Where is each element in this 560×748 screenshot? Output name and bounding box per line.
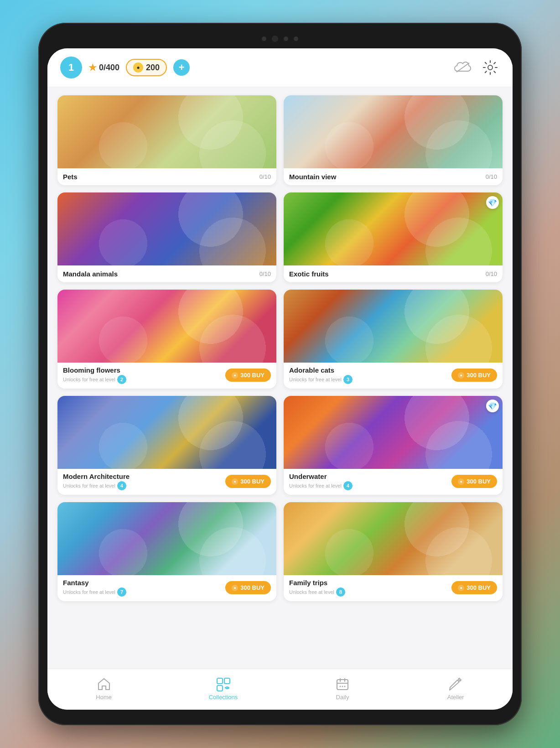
card-info-pets: Pets 0/10 bbox=[57, 168, 276, 185]
stars-value: 0/400 bbox=[99, 63, 119, 73]
card-image-adorable-cats bbox=[284, 290, 503, 363]
tablet-screen: 1 ★ 0/400 ● 200 + bbox=[47, 48, 513, 710]
unlock-level-fantasy: 7 bbox=[117, 587, 126, 597]
camera-bar bbox=[47, 32, 513, 46]
collection-card-family-trips[interactable]: Family trips Unlocks free at level 8 ● 3… bbox=[284, 502, 503, 601]
tablet-device: 1 ★ 0/400 ● 200 + bbox=[38, 23, 522, 725]
card-title-fantasy: Fantasy bbox=[63, 579, 126, 587]
header-right bbox=[453, 58, 500, 77]
card-progress-exotic-fruits: 0/10 bbox=[486, 270, 497, 277]
card-image-mandala-animals bbox=[57, 192, 276, 265]
card-info-exotic-fruits: Exotic fruits 0/10 bbox=[284, 265, 503, 282]
level-number: 1 bbox=[68, 62, 74, 73]
card-title-family-trips: Family trips bbox=[289, 579, 345, 587]
nav-label-atelier: Atelier bbox=[447, 694, 464, 701]
nav-item-daily[interactable]: Daily bbox=[324, 675, 361, 702]
nav-item-home[interactable]: Home bbox=[85, 675, 123, 702]
unlock-text-adorable-cats: Unlocks for free at level 3 bbox=[289, 375, 353, 384]
nav-item-collections[interactable]: Collections bbox=[198, 675, 249, 702]
svg-rect-3 bbox=[224, 678, 230, 684]
bottom-nav: Home Collections bbox=[47, 669, 513, 710]
collection-card-adorable-cats[interactable]: Adorable cats Unlocks for free at level … bbox=[284, 290, 503, 389]
cloud-button[interactable] bbox=[453, 58, 472, 77]
nav-label-collections: Collections bbox=[209, 694, 238, 701]
header: 1 ★ 0/400 ● 200 + bbox=[47, 48, 513, 87]
premium-badge: 💎 bbox=[486, 196, 499, 209]
svg-rect-4 bbox=[217, 686, 223, 691]
card-locked-info-fantasy: Fantasy Unlocks for free at level 7 ● 30… bbox=[57, 575, 276, 601]
level-badge: 1 bbox=[60, 57, 82, 78]
buy-button-adorable-cats[interactable]: ● 300 BUY bbox=[451, 369, 497, 382]
buy-button-fantasy[interactable]: ● 300 BUY bbox=[225, 581, 271, 594]
collection-card-pets[interactable]: Pets 0/10 bbox=[57, 95, 276, 185]
card-locked-info-adorable-cats: Adorable cats Unlocks for free at level … bbox=[284, 363, 503, 389]
daily-icon bbox=[335, 676, 350, 692]
atelier-icon bbox=[448, 676, 463, 692]
card-image-pets bbox=[57, 95, 276, 168]
collection-card-mountain-view[interactable]: Mountain view 0/10 bbox=[284, 95, 503, 185]
card-image-family-trips bbox=[284, 502, 503, 575]
unlock-text-family-trips: Unlocks free at level 8 bbox=[289, 587, 345, 597]
card-title-mountain-view: Mountain view bbox=[289, 173, 336, 181]
collection-card-exotic-fruits[interactable]: 💎 Exotic fruits 0/10 bbox=[284, 192, 503, 282]
card-info-mountain-view: Mountain view 0/10 bbox=[284, 168, 503, 185]
nav-item-atelier[interactable]: Atelier bbox=[436, 675, 475, 702]
stars-display: ★ 0/400 bbox=[88, 62, 119, 73]
collection-card-mandala-animals[interactable]: Mandala animals 0/10 bbox=[57, 192, 276, 282]
card-image-underwater: 💎 bbox=[284, 396, 503, 469]
premium-badge: 💎 bbox=[486, 400, 499, 412]
card-image-blooming-flowers bbox=[57, 290, 276, 363]
collection-card-fantasy[interactable]: Fantasy Unlocks for free at level 7 ● 30… bbox=[57, 502, 276, 601]
coin-icon: ● bbox=[133, 62, 143, 73]
coins-value: 200 bbox=[146, 63, 160, 73]
svg-rect-5 bbox=[337, 680, 348, 690]
camera-dot-far bbox=[294, 36, 298, 41]
collection-card-underwater[interactable]: 💎 Underwater Unlocks for free at level 4… bbox=[284, 396, 503, 495]
unlock-text-underwater: Unlocks for free at level 4 bbox=[289, 481, 353, 490]
collection-card-modern-architecture[interactable]: Modern Architecture Unlocks for free at … bbox=[57, 396, 276, 495]
card-progress-mountain-view: 0/10 bbox=[486, 173, 497, 180]
buy-button-blooming-flowers[interactable]: ● 300 BUY bbox=[225, 369, 271, 382]
unlock-level-family-trips: 8 bbox=[336, 587, 345, 597]
settings-button[interactable] bbox=[481, 58, 500, 77]
header-left: 1 ★ 0/400 ● 200 + bbox=[60, 57, 190, 78]
unlock-text-fantasy: Unlocks for free at level 7 bbox=[63, 587, 126, 597]
nav-label-daily: Daily bbox=[336, 694, 349, 701]
svg-point-1 bbox=[488, 65, 493, 70]
svg-point-10 bbox=[342, 686, 343, 687]
collections-grid: Pets 0/10 Mountain view 0/10 Mandala ani bbox=[57, 95, 503, 601]
buy-button-family-trips[interactable]: ● 300 BUY bbox=[451, 581, 497, 594]
card-image-mountain-view bbox=[284, 95, 503, 168]
content-area[interactable]: Pets 0/10 Mountain view 0/10 Mandala ani bbox=[47, 87, 513, 669]
star-icon: ★ bbox=[88, 62, 97, 73]
svg-rect-2 bbox=[217, 678, 223, 684]
coins-display: ● 200 bbox=[126, 59, 167, 76]
card-progress-pets: 0/10 bbox=[259, 173, 271, 180]
unlock-level-modern-architecture: 4 bbox=[117, 481, 126, 490]
camera-main bbox=[272, 36, 278, 42]
buy-button-modern-architecture[interactable]: ● 300 BUY bbox=[225, 475, 271, 488]
buy-button-underwater[interactable]: ● 300 BUY bbox=[451, 475, 497, 488]
collections-icon bbox=[216, 676, 231, 692]
unlock-level-adorable-cats: 3 bbox=[343, 375, 353, 384]
card-image-modern-architecture bbox=[57, 396, 276, 469]
collection-card-blooming-flowers[interactable]: Blooming flowers Unlocks for free at lev… bbox=[57, 290, 276, 389]
card-image-exotic-fruits: 💎 bbox=[284, 192, 503, 265]
card-title-adorable-cats: Adorable cats bbox=[289, 366, 353, 374]
card-title-modern-architecture: Modern Architecture bbox=[63, 473, 130, 480]
card-info-mandala-animals: Mandala animals 0/10 bbox=[57, 265, 276, 282]
card-title-pets: Pets bbox=[63, 173, 78, 181]
card-progress-mandala-animals: 0/10 bbox=[259, 270, 271, 277]
unlock-level-blooming-flowers: 2 bbox=[117, 375, 126, 384]
card-locked-info-family-trips: Family trips Unlocks free at level 8 ● 3… bbox=[284, 575, 503, 601]
add-coins-button[interactable]: + bbox=[173, 59, 190, 76]
camera-dot-right bbox=[284, 36, 288, 41]
svg-point-9 bbox=[340, 686, 341, 687]
svg-point-11 bbox=[344, 686, 346, 687]
unlock-text-modern-architecture: Unlocks for free at level 4 bbox=[63, 481, 130, 490]
camera-dot-left bbox=[262, 36, 266, 41]
card-locked-info-modern-architecture: Modern Architecture Unlocks for free at … bbox=[57, 469, 276, 495]
card-title-underwater: Underwater bbox=[289, 473, 353, 480]
card-image-fantasy bbox=[57, 502, 276, 575]
card-title-blooming-flowers: Blooming flowers bbox=[63, 366, 126, 374]
